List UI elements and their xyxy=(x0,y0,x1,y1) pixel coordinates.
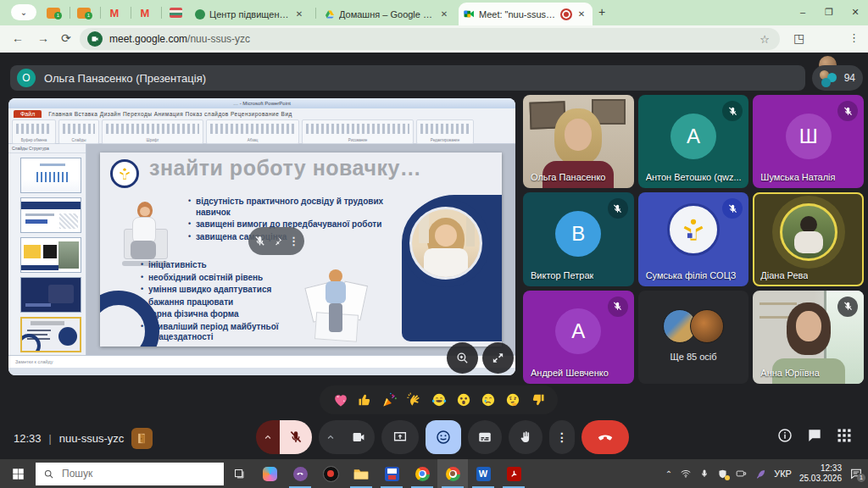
system-tray: ⌃ УКР 12:3325.03.2026 1 xyxy=(665,459,868,488)
minimize-icon: – xyxy=(800,7,805,17)
zoom-in-button[interactable] xyxy=(447,342,478,374)
start-button[interactable] xyxy=(0,459,36,488)
raise-hand-button[interactable] xyxy=(509,420,542,454)
bookmark-star-icon[interactable]: ☆ xyxy=(760,33,770,46)
microphone-tray-icon[interactable] xyxy=(699,469,709,479)
new-tab-button[interactable]: + xyxy=(598,5,605,19)
reaction-astonished-icon[interactable] xyxy=(455,391,472,408)
tab-google-drive[interactable]: Домашня – Google Диск ✕ xyxy=(320,3,455,25)
pinned-tab-other[interactable] xyxy=(166,3,185,22)
more-options-button[interactable]: ⋮ xyxy=(549,420,575,454)
chat-button[interactable] xyxy=(806,427,823,444)
reaction-party-popper-icon[interactable] xyxy=(381,391,398,408)
mic-toggle-button-muted[interactable] xyxy=(280,420,312,454)
language-indicator[interactable]: УКР xyxy=(774,469,792,479)
present-screen-button[interactable] xyxy=(381,420,419,454)
reload-button[interactable]: ⟳ xyxy=(61,31,71,45)
extensions-button[interactable]: ◳ xyxy=(793,31,804,45)
acrobat-app-icon[interactable] xyxy=(498,459,529,488)
camera-options-button[interactable] xyxy=(319,420,342,454)
notes-placeholder: Заметки к слайду xyxy=(15,359,53,364)
mic-off-icon[interactable] xyxy=(253,235,266,247)
mic-options-button[interactable] xyxy=(256,420,280,454)
notification-center-button[interactable]: 1 xyxy=(849,467,863,480)
pinned-tab-mail1[interactable]: 1 xyxy=(44,3,63,22)
participants-count-pill[interactable]: 94 xyxy=(812,65,863,91)
pinned-tab-mail2[interactable]: 1 xyxy=(75,3,93,22)
fullscreen-button[interactable] xyxy=(482,342,514,374)
ribbon-group: Абзац xyxy=(206,119,299,144)
clock[interactable]: 12:3325.03.2026 xyxy=(799,463,842,484)
recorder-app-icon[interactable] xyxy=(315,459,346,488)
tile-andrey-shevchenko[interactable]: А Андрей Шевченко xyxy=(523,291,634,384)
pinned-tab-gmail1[interactable]: M xyxy=(105,3,124,22)
tab-search-button[interactable]: ⌄ xyxy=(11,4,36,20)
search-icon xyxy=(43,469,54,480)
powerpoint-window-title: … - Microsoft PowerPoint xyxy=(233,101,291,106)
file-explorer-icon[interactable] xyxy=(346,459,376,488)
activities-grid-button[interactable] xyxy=(836,427,853,444)
pinned-separator xyxy=(100,7,101,19)
reaction-thumbs-down-icon[interactable] xyxy=(529,391,546,408)
chrome-active-window-icon[interactable] xyxy=(437,459,468,488)
close-icon[interactable]: ✕ xyxy=(438,8,450,20)
kebab-icon[interactable]: ⋮ xyxy=(288,235,299,247)
reaction-clapping-hands-icon[interactable] xyxy=(406,391,423,408)
reaction-crying-icon[interactable] xyxy=(480,391,497,408)
back-arrow-icon: ← xyxy=(12,31,24,45)
tab-employment-center[interactable]: Центр підвищення кваліфікац ✕ xyxy=(190,3,310,25)
tab-title: Домашня – Google Диск xyxy=(339,9,434,19)
slide-thumbnail-5-current[interactable] xyxy=(20,317,81,352)
tile-sumska-filia-socz[interactable]: Сумська філія СОЦЗ xyxy=(638,192,749,286)
participant-initial: А xyxy=(670,114,716,159)
captions-button[interactable] xyxy=(468,420,502,454)
wifi-icon[interactable] xyxy=(680,468,692,480)
hidden-icons-button[interactable]: ⌃ xyxy=(665,469,672,479)
defender-shield-icon[interactable] xyxy=(717,469,728,480)
tile-more-participants[interactable]: Ще 85 осіб xyxy=(638,291,749,384)
back-button[interactable]: ← xyxy=(12,31,24,45)
tile-anton-vetoshko[interactable]: А Антон Ветошко (qwz... xyxy=(638,95,749,188)
meeting-details-button[interactable] xyxy=(776,427,793,444)
tab-meet-active[interactable]: Meet: "nuu-ssus-yzc" ✕ xyxy=(459,3,593,25)
close-icon[interactable]: ✕ xyxy=(293,8,305,20)
window-minimize-button[interactable]: – xyxy=(790,0,815,24)
pin-icon[interactable] xyxy=(271,236,283,247)
camera-toggle-button[interactable] xyxy=(342,420,375,454)
viber-app-icon[interactable] xyxy=(285,459,315,488)
warning-badge xyxy=(725,475,730,480)
reaction-sparkling-heart-icon[interactable] xyxy=(332,391,349,408)
reaction-thinking-icon[interactable] xyxy=(504,391,521,408)
app-leaf-icon[interactable] xyxy=(755,469,766,480)
tile-viktor-petrak[interactable]: В Виктор Петрак xyxy=(523,192,634,286)
window-close-button[interactable]: ✕ xyxy=(843,0,868,24)
shared-screen-tile[interactable]: … - Microsoft PowerPoint Файл Главная Вс… xyxy=(8,98,515,375)
copilot-app-icon[interactable] xyxy=(254,459,285,488)
leave-call-button[interactable] xyxy=(581,420,629,454)
address-bar[interactable]: meet.google.com /nuu-ssus-yzc ☆ xyxy=(80,28,780,50)
powerpoint-ribbon: Файл Главная Вставка Дизайн Переходы Ани… xyxy=(8,108,515,144)
pinned-tab-gmail2[interactable]: M xyxy=(136,3,154,22)
word-app-icon[interactable]: W xyxy=(468,459,498,488)
forward-button[interactable]: → xyxy=(37,31,49,45)
tile-olha-panasenko[interactable]: Ольга Панасенко xyxy=(523,95,634,188)
window-restore-button[interactable]: ❐ xyxy=(816,0,842,24)
close-icon[interactable]: ✕ xyxy=(576,8,587,20)
search-input[interactable] xyxy=(60,467,199,480)
browser-menu-button[interactable]: ⋮ xyxy=(849,31,860,44)
site-info-icon[interactable] xyxy=(87,31,103,47)
tile-shumska-natalia[interactable]: Ш Шумська Наталія xyxy=(753,95,864,188)
taskbar-search[interactable] xyxy=(36,463,224,485)
slide-photo-ring xyxy=(402,199,490,287)
reactions-button-active[interactable] xyxy=(426,420,461,454)
medoc-app-icon[interactable] xyxy=(376,459,407,488)
reactions-bar xyxy=(320,385,558,414)
unread-badge: 1 xyxy=(54,12,62,19)
reaction-tears-of-joy-icon[interactable] xyxy=(431,391,448,408)
tile-diana-reva-active-speaker[interactable]: Діана Рева xyxy=(753,192,864,286)
chrome-app-icon[interactable] xyxy=(407,459,437,488)
tile-anna-yuriivna[interactable]: Анна Юріївна xyxy=(753,291,864,384)
reaction-thumbs-up-icon[interactable] xyxy=(357,391,374,408)
task-view-button[interactable] xyxy=(224,459,254,488)
power-plug-icon[interactable] xyxy=(736,469,748,479)
